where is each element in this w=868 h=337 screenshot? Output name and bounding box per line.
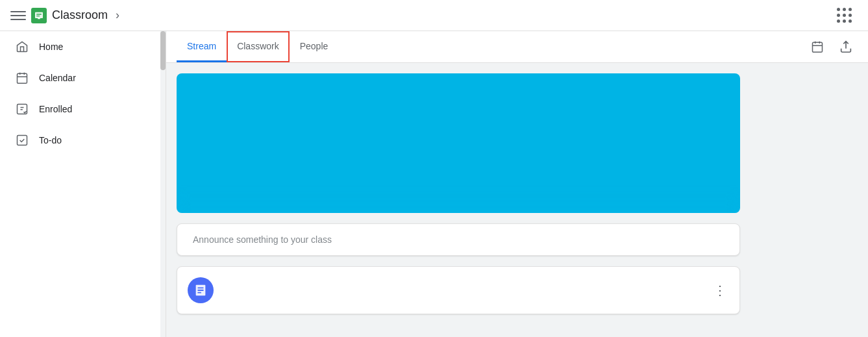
svg-rect-3	[38, 18, 40, 19]
main-layout: Home Calendar Enrolled	[0, 31, 868, 337]
app-header: Classroom ›	[0, 0, 868, 31]
sidebar-item-todo[interactable]: To-do	[0, 125, 160, 156]
sidebar-item-calendar[interactable]: Calendar	[0, 62, 160, 94]
apps-icon[interactable]	[832, 3, 858, 29]
tabs-left: Stream Classwork People	[177, 31, 338, 62]
calendar-tab-icon[interactable]	[806, 35, 829, 58]
sidebar-label-todo: To-do	[39, 135, 62, 145]
svg-rect-2	[36, 16, 40, 16]
svg-rect-7	[813, 42, 823, 52]
sidebar-item-enrolled[interactable]: Enrolled	[0, 94, 160, 125]
announce-box[interactable]: Announce something to your class	[177, 223, 740, 256]
main-content: Stream Classwork People	[166, 31, 868, 337]
tabs-right	[806, 35, 858, 58]
todo-icon	[16, 134, 29, 147]
page-content: Announce something to your class ⋮	[166, 63, 750, 325]
post-icon	[188, 277, 214, 303]
app-title: Classroom	[52, 8, 108, 22]
scrollbar-thumb[interactable]	[160, 31, 166, 70]
home-icon	[16, 40, 29, 53]
class-banner	[177, 73, 740, 213]
tab-stream-label: Stream	[187, 41, 216, 51]
menu-icon[interactable]	[10, 8, 26, 23]
header-right	[832, 3, 858, 29]
scrollbar-track	[160, 31, 166, 337]
svg-rect-1	[36, 14, 42, 14]
classroom-logo	[31, 8, 47, 23]
breadcrumb-chevron: ›	[116, 8, 119, 22]
sidebar-label-calendar: Calendar	[39, 73, 76, 83]
sidebar-item-home[interactable]: Home	[0, 31, 160, 62]
svg-rect-4	[18, 73, 27, 83]
tabs-bar: Stream Classwork People	[166, 31, 868, 63]
svg-rect-9	[197, 287, 203, 288]
post-card: ⋮	[177, 266, 740, 314]
sidebar-label-enrolled: Enrolled	[39, 104, 72, 114]
announce-text: Announce something to your class	[193, 234, 332, 245]
grid-dots	[837, 8, 852, 23]
post-more-icon[interactable]: ⋮	[711, 280, 729, 301]
header-left: Classroom ›	[10, 8, 119, 23]
enrolled-icon	[16, 103, 29, 116]
tab-classwork[interactable]: Classwork	[227, 31, 290, 62]
sidebar: Home Calendar Enrolled	[0, 31, 166, 337]
tab-stream[interactable]: Stream	[177, 31, 227, 62]
svg-rect-10	[197, 290, 203, 291]
svg-rect-0	[35, 12, 43, 18]
upload-tab-icon[interactable]	[834, 35, 858, 58]
svg-rect-11	[197, 292, 201, 293]
calendar-nav-icon	[16, 71, 29, 84]
svg-rect-6	[18, 136, 27, 145]
tab-people-label: People	[300, 41, 329, 51]
tab-people[interactable]: People	[290, 31, 339, 62]
tab-classwork-label: Classwork	[237, 41, 279, 51]
sidebar-label-home: Home	[39, 42, 63, 52]
